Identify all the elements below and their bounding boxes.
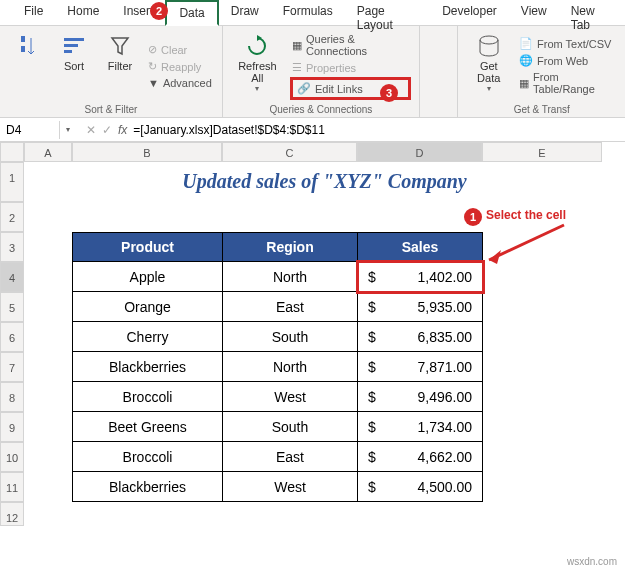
watermark: wsxdn.com <box>567 556 617 567</box>
cell-sales[interactable]: $1,734.00 <box>358 412 483 442</box>
cell-product[interactable]: Blackberries <box>73 352 223 382</box>
table-row: CherrySouth$6,835.00 <box>73 322 483 352</box>
tab-view[interactable]: View <box>509 0 559 25</box>
from-text-button[interactable]: 📄From Text/CSV <box>517 36 617 51</box>
tab-draw[interactable]: Draw <box>219 0 271 25</box>
table-row: Beet GreensSouth$1,734.00 <box>73 412 483 442</box>
row-head-10[interactable]: 10 <box>0 442 24 472</box>
cell-region[interactable]: North <box>223 262 358 292</box>
cells-area[interactable]: Updated sales of "XYZ" Company 1 Select … <box>24 162 625 526</box>
row-head-12[interactable]: 12 <box>0 502 24 526</box>
cell-region[interactable]: East <box>223 442 358 472</box>
name-box[interactable]: D4 <box>0 121 60 139</box>
group-sort-filter: Sort Filter ⊘Clear ↻Reapply ▼Advanced So… <box>0 26 223 117</box>
properties-button[interactable]: ☰Properties <box>290 60 411 75</box>
advanced-button[interactable]: ▼Advanced <box>146 76 214 90</box>
refresh-all-button[interactable]: Refresh All ▾ <box>231 30 284 102</box>
group-queries: Refresh All ▾ ▦Queries & Connections ☰Pr… <box>223 26 420 117</box>
tab-home[interactable]: Home <box>55 0 111 25</box>
row-head-11[interactable]: 11 <box>0 472 24 502</box>
row-head-2[interactable]: 2 <box>0 202 24 232</box>
cell-product[interactable]: Broccoli <box>73 382 223 412</box>
cell-region[interactable]: West <box>223 472 358 502</box>
cell-sales[interactable]: $7,871.00 <box>358 352 483 382</box>
edit-links-icon: 🔗 <box>297 82 311 95</box>
table-row: BroccoliWest$9,496.00 <box>73 382 483 412</box>
filter-button[interactable]: Filter <box>100 30 140 102</box>
col-head-b[interactable]: B <box>72 142 222 162</box>
cell-region[interactable]: East <box>223 292 358 322</box>
fx-icon[interactable]: fx <box>118 123 127 137</box>
cell-region[interactable]: North <box>223 352 358 382</box>
from-table-button[interactable]: ▦From Table/Range <box>517 70 617 96</box>
cell-product[interactable]: Broccoli <box>73 442 223 472</box>
reapply-button[interactable]: ↻Reapply <box>146 59 214 74</box>
cell-sales[interactable]: $6,835.00 <box>358 322 483 352</box>
get-transform-group-label: Get & Transf <box>466 102 617 115</box>
cell-sales[interactable]: $5,935.00 <box>358 292 483 322</box>
from-text-icon: 📄 <box>519 37 533 50</box>
group-get-transform: Get Data ▾ 📄From Text/CSV 🌐From Web ▦Fro… <box>458 26 625 117</box>
row-head-8[interactable]: 8 <box>0 382 24 412</box>
tab-new[interactable]: New Tab <box>559 0 625 25</box>
sort-az-button[interactable] <box>8 30 48 102</box>
row-head-7[interactable]: 7 <box>0 352 24 382</box>
cell-region[interactable]: South <box>223 412 358 442</box>
tab-developer[interactable]: Developer <box>430 0 509 25</box>
cancel-formula-icon[interactable]: ✕ <box>86 123 96 137</box>
cell-product[interactable]: Cherry <box>73 322 223 352</box>
filter-label: Filter <box>108 60 132 72</box>
cell-region[interactable]: South <box>223 322 358 352</box>
cell-region[interactable]: West <box>223 382 358 412</box>
advanced-icon: ▼ <box>148 77 159 89</box>
col-head-c[interactable]: C <box>222 142 357 162</box>
tab-page-layout[interactable]: Page Layout <box>345 0 430 25</box>
row-head-6[interactable]: 6 <box>0 322 24 352</box>
cell-product[interactable]: Beet Greens <box>73 412 223 442</box>
table-row: AppleNorth$1,402.00 <box>73 262 483 292</box>
cell-sales[interactable]: $1,402.00 <box>358 262 483 292</box>
properties-icon: ☰ <box>292 61 302 74</box>
sheet-title: Updated sales of "XYZ" Company <box>24 162 625 202</box>
tab-file[interactable]: File <box>12 0 55 25</box>
get-data-label: Get Data <box>468 60 509 84</box>
cell-product[interactable]: Blackberries <box>73 472 223 502</box>
row-head-3[interactable]: 3 <box>0 232 24 262</box>
row-head-9[interactable]: 9 <box>0 412 24 442</box>
row-head-5[interactable]: 5 <box>0 292 24 322</box>
row-head-1[interactable]: 1 <box>0 162 24 202</box>
queries-button[interactable]: ▦Queries & Connections <box>290 32 411 58</box>
col-head-e[interactable]: E <box>482 142 602 162</box>
filter-icon <box>108 34 132 58</box>
clear-icon: ⊘ <box>148 43 157 56</box>
col-head-a[interactable]: A <box>24 142 72 162</box>
cell-product[interactable]: Orange <box>73 292 223 322</box>
clear-button[interactable]: ⊘Clear <box>146 42 214 57</box>
formula-input[interactable]: =[January.xlsx]Dataset!$D$4:$D$11 <box>133 123 325 137</box>
refresh-icon <box>245 34 269 58</box>
callout-3: 3 <box>380 84 398 102</box>
cell-product[interactable]: Apple <box>73 262 223 292</box>
get-data-button[interactable]: Get Data ▾ <box>466 30 511 102</box>
tab-data[interactable]: Data <box>165 0 218 26</box>
svg-rect-4 <box>64 50 72 53</box>
name-box-dropdown-icon[interactable]: ▾ <box>60 125 76 134</box>
svg-point-5 <box>480 36 498 44</box>
cell-sales[interactable]: $9,496.00 <box>358 382 483 412</box>
from-web-button[interactable]: 🌐From Web <box>517 53 617 68</box>
cell-sales[interactable]: $4,500.00 <box>358 472 483 502</box>
col-head-d[interactable]: D <box>357 142 482 162</box>
sort-label: Sort <box>64 60 84 72</box>
group-empty <box>420 26 458 117</box>
row-head-4[interactable]: 4 <box>0 262 24 292</box>
table-row: BlackberriesNorth$7,871.00 <box>73 352 483 382</box>
tab-formulas[interactable]: Formulas <box>271 0 345 25</box>
select-all-corner[interactable] <box>0 142 24 162</box>
from-table-icon: ▦ <box>519 77 529 90</box>
reapply-icon: ↻ <box>148 60 157 73</box>
cell-sales[interactable]: $4,662.00 <box>358 442 483 472</box>
enter-formula-icon[interactable]: ✓ <box>102 123 112 137</box>
sort-button[interactable]: Sort <box>54 30 94 102</box>
svg-rect-1 <box>21 46 25 52</box>
refresh-label: Refresh All <box>233 60 282 84</box>
